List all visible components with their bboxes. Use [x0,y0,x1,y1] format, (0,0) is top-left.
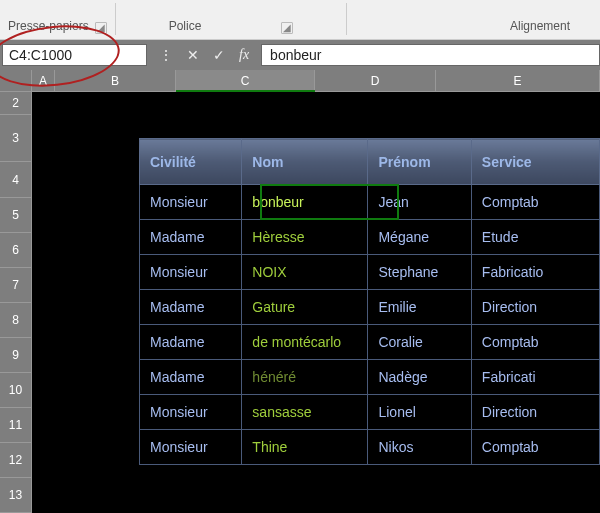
formula-input-value: bonbeur [270,47,321,63]
row-header-13[interactable]: 13 [0,478,32,513]
cell-civilite[interactable]: Monsieur [140,395,242,430]
column-selection-marker [176,90,315,92]
ribbon-strip: Presse-papiers ◢ Police ◢ Alignement [0,0,600,40]
table-row[interactable]: MonsieursansasseLionelDirection [140,395,600,430]
cell-nom[interactable]: Thine [242,430,368,465]
confirm-icon[interactable]: ✓ [213,47,225,63]
cell-service[interactable]: Fabricatio [471,255,599,290]
row-header-10[interactable]: 10 [0,373,32,408]
cell-service[interactable]: Fabricati [471,360,599,395]
cell-civilite[interactable]: Madame [140,290,242,325]
sheet-body[interactable]: Civilité Nom Prénom Service Monsieurbonb… [32,92,600,513]
formula-bar: C4:C1000 ⋮ ✕ ✓ fx bonbeur [0,40,600,70]
ribbon-label: Alignement [510,19,570,33]
cell-prenom[interactable]: Nikos [368,430,471,465]
col-header-D[interactable]: D [315,70,436,92]
cell-civilite[interactable]: Monsieur [140,185,242,220]
cell-civilite[interactable]: Madame [140,325,242,360]
ribbon-label: Police [169,19,202,33]
cell-prenom[interactable]: Mégane [368,220,471,255]
cell-nom[interactable]: de montécarlo [242,325,368,360]
cell-nom[interactable]: bonbeur [242,185,368,220]
name-box[interactable]: C4:C1000 [2,44,147,66]
cell-civilite[interactable]: Madame [140,220,242,255]
cell-nom[interactable]: Gature [242,290,368,325]
cell-service[interactable]: Comptab [471,430,599,465]
cell-prenom[interactable]: Lionel [368,395,471,430]
row-header-6[interactable]: 6 [0,233,32,268]
cell-prenom[interactable]: Jean [368,185,471,220]
cell-prenom[interactable]: Stephane [368,255,471,290]
table-header-row: Civilité Nom Prénom Service [140,139,600,185]
cell-nom[interactable]: NOIX [242,255,368,290]
row-header-12[interactable]: 12 [0,443,32,478]
ribbon-label: Presse-papiers [8,19,89,33]
expand-icon[interactable]: ◢ [95,22,107,34]
col-header-B[interactable]: B [55,70,176,92]
cancel-icon[interactable]: ✕ [187,47,199,63]
cell-prenom[interactable]: Coralie [368,325,471,360]
th-prenom[interactable]: Prénom [368,139,471,185]
cell-service[interactable]: Direction [471,290,599,325]
col-header-C[interactable]: C [176,70,315,92]
cell-prenom[interactable]: Nadège [368,360,471,395]
dropdown-icon[interactable]: ⋮ [159,47,173,63]
sheet-area: 2345678910111213 Civilité Nom Prénom Ser… [0,92,600,513]
cell-civilite[interactable]: Monsieur [140,255,242,290]
row-headers: 2345678910111213 [0,92,32,513]
column-headers: A B C D E [0,70,600,92]
cell-service[interactable]: Comptab [471,325,599,360]
cell-service[interactable]: Comptab [471,185,599,220]
cell-civilite[interactable]: Monsieur [140,430,242,465]
row-header-9[interactable]: 9 [0,338,32,373]
cell-nom[interactable]: hénéré [242,360,368,395]
name-box-value: C4:C1000 [9,47,72,63]
row-header-11[interactable]: 11 [0,408,32,443]
row-header-2[interactable]: 2 [0,92,32,115]
col-header-E[interactable]: E [436,70,600,92]
cell-prenom[interactable]: Emilie [368,290,471,325]
table-row[interactable]: MonsieurThineNikosComptab [140,430,600,465]
select-all-corner[interactable] [0,70,32,92]
cell-nom[interactable]: Hèresse [242,220,368,255]
row-header-5[interactable]: 5 [0,198,32,233]
ribbon-group-font[interactable]: Police ◢ [116,19,347,33]
cell-service[interactable]: Direction [471,395,599,430]
table-row[interactable]: MonsieurbonbeurJeanComptab [140,185,600,220]
row-header-7[interactable]: 7 [0,268,32,303]
expand-icon[interactable]: ◢ [281,22,293,34]
table-row[interactable]: MonsieurNOIXStephaneFabricatio [140,255,600,290]
table-row[interactable]: MadameHèresseMéganeEtude [140,220,600,255]
formula-bar-controls: ⋮ ✕ ✓ fx [147,47,261,63]
th-service[interactable]: Service [471,139,599,185]
cell-nom[interactable]: sansasse [242,395,368,430]
row-header-3[interactable]: 3 [0,115,32,162]
row-header-4[interactable]: 4 [0,162,32,198]
th-nom[interactable]: Nom [242,139,368,185]
col-header-A[interactable]: A [32,70,55,92]
ribbon-group-clipboard[interactable]: Presse-papiers ◢ [0,19,115,33]
cell-civilite[interactable]: Madame [140,360,242,395]
data-table: Civilité Nom Prénom Service Monsieurbonb… [139,138,600,465]
fx-icon[interactable]: fx [239,47,249,63]
table-row[interactable]: Madamede montécarloCoralieComptab [140,325,600,360]
table-row[interactable]: MadamehénéréNadègeFabricati [140,360,600,395]
formula-input[interactable]: bonbeur [261,44,600,66]
row-header-8[interactable]: 8 [0,303,32,338]
th-civilite[interactable]: Civilité [140,139,242,185]
table-row[interactable]: MadameGatureEmilieDirection [140,290,600,325]
cell-service[interactable]: Etude [471,220,599,255]
ribbon-group-alignment[interactable]: Alignement [347,19,600,33]
